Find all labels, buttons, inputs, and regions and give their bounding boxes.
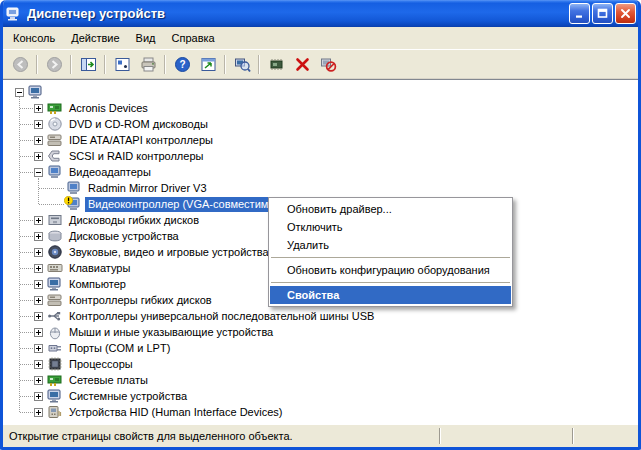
console-tree-icon xyxy=(80,56,97,73)
tree-connector xyxy=(20,364,33,365)
tree-connector xyxy=(20,300,33,301)
cd-drive-icon xyxy=(47,116,63,132)
context-menu-item-update-driver[interactable]: Обновить драйвер... xyxy=(270,200,511,218)
close-button[interactable] xyxy=(615,3,636,24)
expand-icon[interactable] xyxy=(34,120,43,129)
menubar-item-action[interactable]: Действие xyxy=(63,29,127,47)
toolbar: ? xyxy=(3,50,638,79)
tree-item-label: Сетевые платы xyxy=(66,373,151,388)
statusbar: Открытие страницы свойств для выделенног… xyxy=(3,424,638,447)
tree-item-17[interactable]: Процессоры xyxy=(3,356,638,372)
collapse-icon[interactable] xyxy=(15,88,24,97)
expand-icon[interactable] xyxy=(34,264,43,273)
tree-item-16[interactable]: Порты (COM и LPT) xyxy=(3,340,638,356)
properties-button[interactable] xyxy=(109,52,135,77)
tree-connector xyxy=(39,204,64,205)
menu-separator xyxy=(271,257,510,258)
disable-button[interactable] xyxy=(315,52,341,77)
usb-icon xyxy=(47,308,63,324)
tree-item-0[interactable] xyxy=(3,84,638,100)
tree-item-5[interactable]: Видеоадаптеры xyxy=(3,164,638,180)
video-adapter-icon xyxy=(47,164,63,180)
tree-item-1[interactable]: Acronis Devices xyxy=(3,100,638,116)
scsi-icon xyxy=(47,148,63,164)
sound-icon xyxy=(47,244,63,260)
printer-icon xyxy=(140,56,157,73)
minimize-button[interactable] xyxy=(569,3,590,24)
expand-icon[interactable] xyxy=(34,360,43,369)
titlebar: Диспетчер устройств xyxy=(0,0,641,27)
update-driver-button[interactable] xyxy=(263,52,289,77)
maximize-button[interactable] xyxy=(592,3,613,24)
tree-item-label: Видеоконтроллер (VGA-совместимый) xyxy=(85,197,289,212)
toolbar-separator xyxy=(224,55,226,74)
tree-item-2[interactable]: DVD и CD-ROM дисководы xyxy=(3,116,638,132)
show-console-tree-button[interactable] xyxy=(75,52,101,77)
help-window-button[interactable] xyxy=(195,52,221,77)
tree-item-4[interactable]: SCSI и RAID контроллеры xyxy=(3,148,638,164)
network-card-icon xyxy=(47,100,63,116)
svg-text:?: ? xyxy=(179,59,185,70)
tree-connector xyxy=(20,236,33,237)
expand-icon[interactable] xyxy=(34,216,43,225)
expand-icon[interactable] xyxy=(34,232,43,241)
tree-connector xyxy=(20,332,33,333)
floppy-drive-icon xyxy=(47,212,63,228)
tree-item-label: DVD и CD-ROM дисководы xyxy=(66,117,211,132)
expand-icon[interactable] xyxy=(34,408,43,417)
tree-connector xyxy=(20,380,33,381)
collapse-icon[interactable] xyxy=(34,168,43,177)
expand-icon[interactable] xyxy=(34,296,43,305)
print-button[interactable] xyxy=(135,52,161,77)
network-card-icon xyxy=(47,372,63,388)
tree-connector xyxy=(20,252,33,253)
tree-item-3[interactable]: IDE ATA/ATAPI контроллеры xyxy=(3,132,638,148)
tree-connector xyxy=(20,396,33,397)
help-button[interactable]: ? xyxy=(169,52,195,77)
scan-icon xyxy=(234,56,251,73)
expand-icon[interactable] xyxy=(34,136,43,145)
expand-icon[interactable] xyxy=(34,328,43,337)
expand-icon[interactable] xyxy=(34,248,43,257)
expand-icon[interactable] xyxy=(34,152,43,161)
tree-item-18[interactable]: Сетевые платы xyxy=(3,372,638,388)
tree-connector xyxy=(20,124,33,125)
expand-icon[interactable] xyxy=(34,312,43,321)
tree-connector xyxy=(20,284,33,285)
cpu-icon xyxy=(47,356,63,372)
status-text: Открытие страницы свойств для выделенног… xyxy=(3,430,438,442)
video-adapter-icon xyxy=(66,180,82,196)
tree-item-label: Мыши и иные указывающие устройства xyxy=(66,325,276,340)
menubar: КонсольДействиеВидСправка xyxy=(3,27,638,50)
tree-item-20[interactable]: Устройства HID (Human Interface Devices) xyxy=(3,404,638,420)
menubar-item-console[interactable]: Консоль xyxy=(5,29,63,47)
computer-icon xyxy=(47,388,63,404)
tree-item-label: Системные устройства xyxy=(66,389,190,404)
expand-icon[interactable] xyxy=(34,280,43,289)
menubar-item-help[interactable]: Справка xyxy=(164,29,223,47)
hid-icon xyxy=(47,404,63,420)
tree-connector xyxy=(20,108,33,109)
toolbar-separator xyxy=(36,55,38,74)
context-menu-item-scan-hardware-changes[interactable]: Обновить конфигурацию оборудования xyxy=(270,261,511,279)
tree-item-label: Контроллеры универсальной последовательн… xyxy=(66,309,377,324)
context-menu-item-properties[interactable]: Свойства xyxy=(270,286,511,304)
context-menu-item-disable-device[interactable]: Отключить xyxy=(270,218,511,236)
expand-icon[interactable] xyxy=(34,376,43,385)
tree-item-6[interactable]: Radmin Mirror Driver V3 xyxy=(3,180,638,196)
toolbar-separator xyxy=(258,55,260,74)
expand-icon[interactable] xyxy=(34,392,43,401)
tree-item-19[interactable]: Системные устройства xyxy=(3,388,638,404)
tree-connector xyxy=(20,316,33,317)
expand-icon[interactable] xyxy=(34,344,43,353)
toolbar-separator xyxy=(104,55,106,74)
expand-icon[interactable] xyxy=(34,104,43,113)
scan-hardware-changes-button[interactable] xyxy=(229,52,255,77)
status-panel xyxy=(439,428,571,444)
context-menu-item-uninstall-device[interactable]: Удалить xyxy=(270,236,511,254)
keyboard-icon xyxy=(47,260,63,276)
menubar-item-view[interactable]: Вид xyxy=(128,29,164,47)
tree-item-14[interactable]: Контроллеры универсальной последовательн… xyxy=(3,308,638,324)
tree-item-15[interactable]: Мыши и иные указывающие устройства xyxy=(3,324,638,340)
uninstall-button[interactable] xyxy=(289,52,315,77)
